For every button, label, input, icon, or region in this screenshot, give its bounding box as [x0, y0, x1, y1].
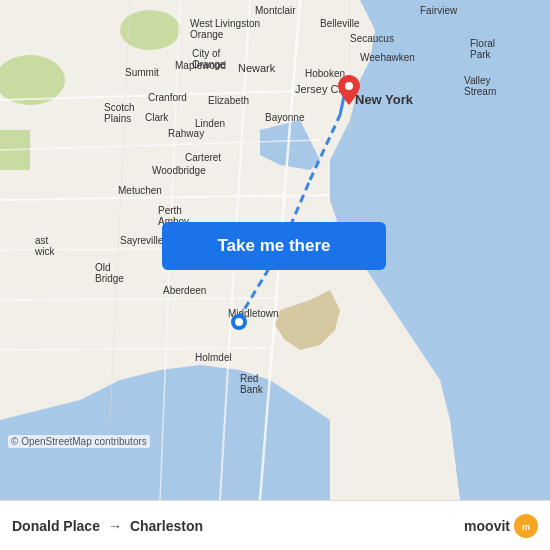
- moovit-icon: m: [514, 514, 538, 538]
- take-me-there-button[interactable]: Take me there: [162, 222, 386, 270]
- svg-point-23: [235, 318, 243, 326]
- destination-label: Charleston: [130, 518, 203, 534]
- osm-attribution: © OpenStreetMap contributors: [8, 435, 150, 448]
- svg-point-21: [345, 82, 353, 90]
- svg-text:m: m: [522, 522, 530, 532]
- moovit-brand-text: moovit: [464, 518, 510, 534]
- origin-marker: [230, 313, 248, 335]
- moovit-logo: moovit m: [464, 514, 538, 538]
- map-container: Montclair WestOrange Belleville Fairview…: [0, 0, 550, 500]
- bottom-bar: Donald Place → Charleston moovit m: [0, 500, 550, 550]
- arrow-icon: →: [108, 518, 122, 534]
- origin-label: Donald Place: [12, 518, 100, 534]
- destination-marker: [338, 75, 360, 109]
